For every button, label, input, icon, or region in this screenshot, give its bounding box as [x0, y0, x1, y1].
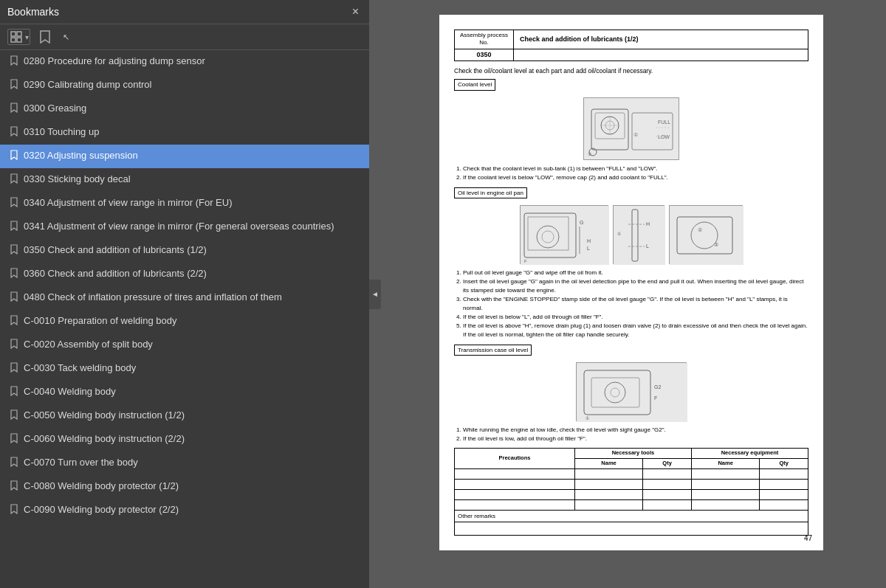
bookmark-item-icon [10, 339, 18, 353]
cursor-indicator: ↖ [63, 32, 69, 42]
svg-text:G2: G2 [654, 384, 661, 390]
bookmark-item-label: C-0060 Welding body instruction (2/2) [24, 432, 362, 446]
bookmark-item-b9[interactable]: 0350 Check and addition of lubricants (1… [0, 239, 369, 263]
bookmarks-list[interactable]: 0280 Procedure for adjusting dump sensor… [0, 50, 369, 588]
bookmark-item-icon [10, 362, 18, 376]
bookmark-item-label: C-0010 Preparation of welding body [24, 314, 362, 328]
svg-rect-19 [521, 206, 609, 265]
bookmark-item-b8[interactable]: 0341 Adjustment of view range in mirror … [0, 215, 369, 239]
svg-text:L: L [587, 246, 590, 251]
document-container[interactable]: Assembly process No. Check and addition … [369, 0, 886, 588]
svg-rect-3 [17, 38, 21, 42]
bookmark-item-icon [10, 268, 18, 282]
section1-label: Coolant level [454, 79, 495, 90]
oilpan-svg-1: G H L F [521, 206, 609, 265]
bookmark-item-b2[interactable]: 0290 Calibrating dump control [0, 74, 369, 97]
collapse-panel-tab[interactable]: ◄ [369, 280, 381, 309]
bookmark-item-icon [10, 126, 18, 140]
close-button[interactable]: × [349, 4, 362, 19]
svg-text:H: H [587, 238, 591, 243]
trans-step-1: While running the engine at low idle, ch… [463, 426, 808, 435]
bookmark-item-label: 0350 Check and addition of lubricants (1… [24, 243, 362, 257]
coolant-step-1: Check that the coolant level in sub-tank… [463, 165, 808, 173]
svg-text:①: ① [633, 132, 638, 137]
bookmark-item-b10[interactable]: 0360 Check and addition of lubricants (2… [0, 263, 369, 286]
bookmark-item-label: C-0020 Assembly of split body [24, 338, 362, 351]
svg-text:①: ① [698, 227, 702, 232]
bookmark-item-b19[interactable]: C-0080 Welding body protector (1/2) [0, 475, 369, 499]
oilpan-illustration-3: ① ② [669, 205, 743, 264]
bookmark-item-label: C-0040 Welding body [24, 385, 362, 398]
bookmark-item-b20[interactable]: C-0090 Welding body protector (2/2) [0, 499, 369, 522]
section2-label: Oil level in engine oil pan [454, 187, 527, 198]
bookmark-item-icon [10, 315, 18, 329]
view-toggle-group: ▾ [7, 29, 30, 45]
tools-qty-header: Qty [643, 458, 692, 468]
bookmark-item-label: C-0090 Welding body protector (2/2) [24, 503, 362, 516]
bookmark-item-icon [10, 79, 18, 93]
bookmark-item-b11[interactable]: 0480 Check of inflation pressure of tire… [0, 286, 369, 310]
doc-title: Check and addition of lubricants (1/2) [514, 30, 808, 49]
bookmark-item-b15[interactable]: C-0040 Welding body [0, 381, 369, 404]
bookmark-item-icon [10, 409, 18, 423]
oilpan-step-1: Pull out oil level gauge "G" and wipe of… [463, 269, 808, 277]
trans-illustration: G2 F ① [576, 362, 687, 421]
collapse-arrow-icon: ◄ [371, 290, 379, 298]
bookmark-item-b13[interactable]: C-0020 Assembly of split body [0, 333, 369, 357]
svg-rect-29 [614, 206, 665, 265]
trans-steps-list: While running the engine at low idle, ch… [463, 426, 808, 443]
trans-step-2: If the oil level is low, add oil through… [463, 435, 808, 443]
coolant-step-2: If the coolant level is below "LOW", rem… [463, 173, 808, 182]
bookmark-item-label: 0290 Calibrating dump control [24, 78, 362, 91]
svg-text:F: F [654, 395, 657, 401]
document-page: Assembly process No. Check and addition … [439, 15, 823, 550]
bookmark-item-b18[interactable]: C-0070 Turn over the body [0, 452, 369, 475]
oilpan-svg-2: H L ① [614, 206, 665, 265]
svg-text:G: G [580, 220, 583, 225]
oilpan-svg-3: ① ② [670, 206, 744, 265]
bookmark-item-icon [10, 103, 18, 117]
bookmark-item-label: 0340 Adjustment of view range in mirror … [24, 196, 362, 210]
doc-header-table: Assembly process No. Check and addition … [454, 30, 808, 61]
bookmark-item-b3[interactable]: 0300 Greasing [0, 97, 369, 121]
bookmark-item-icon [10, 386, 18, 400]
bookmark-item-b5[interactable]: 0320 Adjusting suspension [0, 145, 369, 168]
oilpan-illustration-2: H L ① [613, 205, 664, 264]
oilpan-images: G H L F H [454, 205, 808, 264]
other-remarks: Other remarks [455, 510, 808, 522]
bookmark-item-b7[interactable]: 0340 Adjustment of view range in mirror … [0, 192, 369, 215]
bookmark-item-icon [10, 221, 18, 235]
bookmark-item-label: 0310 Touching up [24, 125, 362, 139]
svg-rect-0 [11, 32, 16, 36]
svg-text:FULL: FULL [658, 120, 670, 125]
page-number: 47 [804, 533, 812, 543]
precautions-header: Precautions [455, 448, 575, 468]
intro-text: Check the oil/coolant level at each part… [454, 67, 808, 76]
svg-rect-1 [17, 32, 21, 36]
svg-text:②: ② [714, 242, 718, 247]
oilpan-step-3: Check with the "ENGINE STOPPED" stamp si… [463, 295, 808, 313]
bookmark-item-b12[interactable]: C-0010 Preparation of welding body [0, 310, 369, 333]
bookmark-item-b6[interactable]: 0330 Sticking body decal [0, 168, 369, 192]
doc-bottom-table: Precautions Necessary tools Necessary eq… [454, 448, 808, 536]
bookmark-item-b4[interactable]: 0310 Touching up [0, 121, 369, 145]
svg-text:L: L [646, 243, 649, 249]
coolant-images: ① FULL LOW ② [454, 97, 808, 160]
oilpan-step-2: Insert the oil level gauge "G" again in … [463, 277, 808, 295]
bookmark-item-b16[interactable]: C-0050 Welding body instruction (1/2) [0, 404, 369, 428]
grid-view-button[interactable] [8, 30, 24, 44]
bookmark-item-label: 0320 Adjusting suspension [24, 149, 362, 162]
bookmark-item-label: C-0070 Turn over the body [24, 456, 362, 469]
bookmarks-panel: Bookmarks × ▾ ↖ 0280 Procedure for adjus… [0, 0, 369, 588]
bookmark-item-label: 0360 Check and addition of lubricants (2… [24, 267, 362, 280]
necessary-tools-header: Necessary tools [574, 448, 691, 458]
bookmark-item-icon [10, 291, 18, 305]
bookmark-item-b1[interactable]: 0280 Procedure for adjusting dump sensor [0, 50, 369, 74]
oilpan-step-5: If the oil level is above "H", remove dr… [463, 322, 808, 339]
necessary-equipment-header: Necessary equipment [691, 448, 808, 458]
bookmark-item-icon [10, 457, 18, 471]
bookmark-item-b14[interactable]: C-0030 Tack welding body [0, 357, 369, 381]
bookmark-tool-button[interactable] [36, 29, 54, 45]
bookmark-item-b17[interactable]: C-0060 Welding body instruction (2/2) [0, 428, 369, 452]
svg-text:①: ① [585, 416, 589, 421]
